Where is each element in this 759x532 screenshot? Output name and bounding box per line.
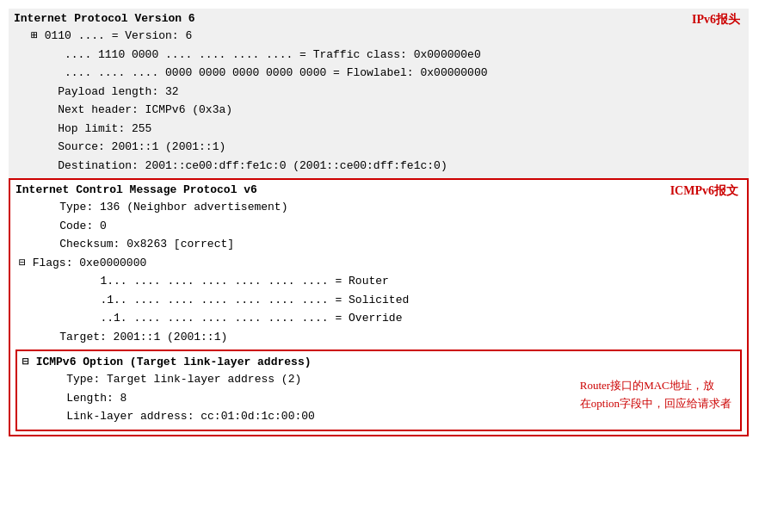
icmpv6-type-line: Type: 136 (Neighbor advertisement): [15, 198, 742, 217]
icmpv6-option-title: ⊟ ICMPv6 Option (Target link-layer addre…: [22, 355, 735, 368]
icmpv6-header-label: ICMPv6报文: [670, 183, 738, 199]
ipv6-title-text: Internet Protocol Version 6: [14, 12, 195, 25]
ipv6-section: Internet Protocol Version 6 IPv6报头 ⊞ 011…: [9, 9, 749, 178]
ipv6-title: Internet Protocol Version 6: [14, 12, 744, 25]
icmpv6-title-text: Internet Control Message Protocol v6: [15, 183, 257, 196]
ipv6-flowlabel-line: .... .... .... 0000 0000 0000 0000 0000 …: [14, 64, 744, 83]
ipv6-nextheader-line: Next header: ICMPv6 (0x3a): [14, 101, 744, 120]
ipv6-payload-line: Payload length: 32: [14, 83, 744, 102]
main-container: Internet Protocol Version 6 IPv6报头 ⊞ 011…: [9, 9, 749, 436]
ipv6-header-label: IPv6报头: [692, 12, 740, 28]
ipv6-destination-line: Destination: 2001::ce00:dff:fe1c:0 (2001…: [14, 157, 744, 176]
icmpv6-override-line: ..1. .... .... .... .... .... .... = Ove…: [15, 309, 742, 328]
icmpv6-solicited-line: .1.. .... .... .... .... .... .... = Sol…: [15, 291, 742, 310]
option-annotation: Router接口的MAC地址，放 在option字段中，回应给请求者: [580, 377, 731, 413]
icmpv6-option-title-text: ⊟ ICMPv6 Option (Target link-layer addre…: [22, 355, 311, 368]
option-annotation-line1: Router接口的MAC地址，放: [580, 379, 714, 392]
ipv6-version-line: ⊞ 0110 .... = Version: 6: [14, 27, 744, 46]
icmpv6-target-line: Target: 2001::1 (2001::1): [15, 328, 742, 347]
ipv6-source-line: Source: 2001::1 (2001::1): [14, 138, 744, 157]
option-annotation-line2: 在option字段中，回应给请求者: [580, 397, 731, 410]
ipv6-hoplimit-line: Hop limit: 255: [14, 120, 744, 139]
icmpv6-flags-line: ⊟ Flags: 0xe0000000: [15, 254, 742, 273]
icmpv6-checksum-line: Checksum: 0x8263 [correct]: [15, 235, 742, 254]
icmpv6-option-section: ⊟ ICMPv6 Option (Target link-layer addre…: [15, 350, 742, 431]
icmpv6-router-line: 1... .... .... .... .... .... .... = Rou…: [15, 272, 742, 291]
icmpv6-title: Internet Control Message Protocol v6: [15, 183, 742, 196]
icmpv6-code-line: Code: 0: [15, 217, 742, 236]
ipv6-traffic-class-line: .... 1110 0000 .... .... .... .... = Tra…: [14, 46, 744, 65]
icmpv6-section: Internet Control Message Protocol v6 ICM…: [9, 178, 749, 436]
